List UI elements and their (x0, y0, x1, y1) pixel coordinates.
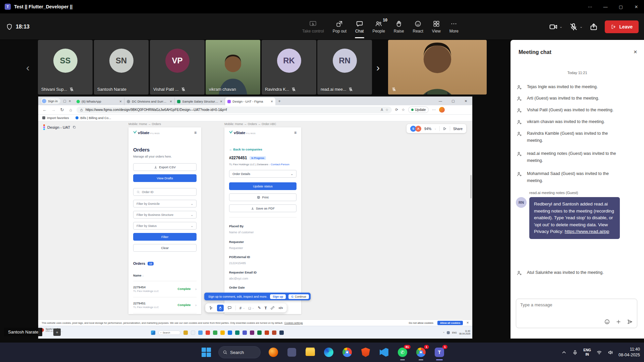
chat-close-icon[interactable]: ✕ (633, 49, 637, 55)
print-button[interactable]: Print (229, 193, 297, 201)
refresh-icon[interactable]: ↻ (58, 107, 66, 112)
browser-close-icon[interactable]: ✕ (460, 97, 472, 105)
zoom-chevron-icon[interactable]: ⌄ (434, 127, 436, 130)
file-explorer-icon[interactable] (305, 347, 316, 358)
app-icon[interactable] (257, 330, 262, 335)
tray-icon[interactable] (447, 331, 450, 334)
figma-canvas[interactable]: Design - UAT S A 94% ⌄ Share Mobile: Hom… (38, 121, 472, 333)
name-column-header[interactable]: Name ↓ (133, 274, 144, 277)
present-icon[interactable] (443, 127, 447, 131)
tray-mic-icon[interactable] (572, 350, 578, 355)
favorite-item[interactable]: Bills | Billing and Co... (75, 116, 111, 120)
filter-button[interactable]: Filter (133, 233, 197, 241)
participant-tile[interactable]: RN read.ai mee... (317, 40, 372, 95)
comment-tool-icon[interactable] (227, 306, 232, 310)
view-drafts-button[interactable]: View Drafts (133, 174, 197, 182)
app-icon[interactable] (191, 330, 195, 335)
browser-update-button[interactable]: Update (408, 107, 429, 113)
hamburger-icon[interactable]: ≡ (294, 130, 297, 135)
cookie-close-icon[interactable]: ✕ (466, 321, 469, 324)
filter-business-select[interactable]: Filter by Business Structure⌄ (133, 211, 197, 219)
move-tool-icon[interactable] (209, 306, 213, 310)
order-details-select[interactable]: Order Details⌄ (229, 170, 297, 178)
tab-actions-icon[interactable]: ≡ (69, 99, 71, 103)
app-icon[interactable] (183, 330, 188, 335)
chevron-down-icon[interactable]: ⌄ (252, 307, 254, 309)
back-to-companies-link[interactable]: ← Back to companies (229, 147, 262, 151)
filter-domicile-select[interactable]: Filter by Domicile⌄ (133, 200, 197, 207)
edge-icon[interactable] (323, 347, 334, 358)
browser-profile-avatar[interactable] (439, 107, 445, 113)
browser-profile-chip[interactable]: Sign in (41, 98, 60, 104)
pop-out-button[interactable]: Pop out (328, 13, 351, 40)
taskbar-search-box[interactable]: Search (218, 346, 261, 358)
frame-breadcrumb[interactable]: Mobile: Home → Orders → Order ABC (224, 122, 276, 126)
mic-chevron-icon[interactable]: ⌄ (580, 24, 583, 29)
minimize-button[interactable]: — (598, 0, 613, 13)
chat-message-bubble[interactable]: Redberyl and Santosh added read.ai meeti… (529, 197, 620, 239)
shared-clock[interactable]: 11:40 08-04-2025 (459, 330, 470, 336)
order-row[interactable]: 2279454TL Flex Holdings LLC Complete › (133, 281, 197, 297)
duplicate-icon[interactable] (72, 125, 76, 129)
browser-maximize-icon[interactable]: ▢ (447, 97, 460, 105)
attach-plus-icon[interactable] (615, 319, 622, 325)
participant-tile[interactable]: VP Vishal Patil ... (150, 40, 205, 95)
browser-menu-icon[interactable]: ⋯ (432, 108, 436, 112)
clear-button[interactable]: Clear (133, 244, 197, 252)
hamburger-icon[interactable]: ≡ (194, 130, 197, 135)
hand-tool-icon[interactable] (217, 305, 224, 311)
brave-icon[interactable] (360, 347, 371, 358)
browser-minimize-icon[interactable]: — (434, 97, 447, 105)
send-icon[interactable] (627, 319, 633, 325)
chat-input-box[interactable] (516, 299, 637, 328)
app-icon[interactable] (206, 330, 210, 335)
tray-chevron-icon[interactable] (561, 350, 567, 355)
raise-button[interactable]: Raise (389, 13, 409, 40)
start-button[interactable] (201, 347, 211, 357)
app-icon[interactable] (265, 330, 269, 335)
figma-frame-order-detail[interactable]: vState FILINGS ≡ ← Back to companies #22… (224, 127, 301, 314)
app-icon[interactable] (228, 330, 232, 335)
emoji-icon[interactable] (604, 319, 610, 325)
collaborator-avatar[interactable]: A (415, 126, 421, 132)
shape-tool-icon[interactable]: □ (249, 306, 251, 310)
privacy-policy-link[interactable]: https://www.read.ai/pp (565, 229, 609, 234)
order-row[interactable]: 2279451TL Flex Holdings LLC Complete › (133, 297, 197, 313)
camera-button[interactable]: ⌄ (549, 22, 562, 31)
taskbar-clock[interactable]: 11:40 08-04-2025 (619, 347, 640, 358)
chat-message-input[interactable] (516, 299, 631, 311)
link-tool-icon[interactable] (270, 306, 275, 310)
new-tab-icon[interactable]: + (278, 99, 281, 104)
frame-breadcrumb[interactable]: Mobile: Home → Orders (128, 122, 161, 126)
take-control-button[interactable]: Take control (298, 13, 328, 40)
text-tool-icon[interactable]: T (265, 306, 267, 310)
chrome-profile-icon[interactable]: 1 (415, 347, 427, 358)
tray-chevron-icon[interactable]: ^ (443, 331, 444, 334)
scroll-right-icon[interactable]: › (376, 62, 380, 73)
refresh-sync-icon[interactable]: ⟳ (395, 108, 398, 112)
save-as-pdf-button[interactable]: Save as PDF (229, 204, 297, 212)
favorite-item[interactable]: Import favorites (42, 116, 69, 120)
app-icon[interactable] (198, 330, 203, 335)
browser-tab[interactable]: Sample Salary Structure with cal... ✕ (175, 98, 225, 105)
frame-tool-icon[interactable]: # (239, 306, 241, 310)
filter-status-select[interactable]: Filter by Status⌄ (133, 222, 197, 230)
shared-search-box[interactable]: ⌕ Search (158, 330, 180, 335)
figma-doc-chip[interactable]: Design - UAT (43, 124, 76, 130)
tab-close-icon[interactable]: ✕ (119, 100, 122, 103)
whatsapp-icon[interactable]: ✆ 81 (397, 347, 408, 358)
view-button[interactable]: View (428, 13, 445, 40)
forward-icon[interactable]: → (49, 107, 58, 112)
zoom-level[interactable]: 94% (424, 127, 431, 131)
close-button[interactable]: ✕ (629, 0, 644, 13)
sign-up-button[interactable]: Sign up (270, 294, 286, 299)
teams-icon[interactable]: T 1 (434, 347, 445, 358)
browser-tab[interactable]: DC Divisions and Surroundings ✕ (124, 98, 175, 105)
chat-button[interactable]: Chat (351, 13, 368, 40)
app-icon[interactable] (250, 330, 254, 335)
react-button[interactable]: React (409, 13, 428, 40)
titlebar-more-icon[interactable]: ⋯ (582, 0, 598, 13)
order-id-input[interactable]: Order ID (133, 188, 197, 196)
tab-close-icon[interactable]: ✕ (220, 100, 223, 103)
back-icon[interactable]: ← (40, 107, 49, 112)
